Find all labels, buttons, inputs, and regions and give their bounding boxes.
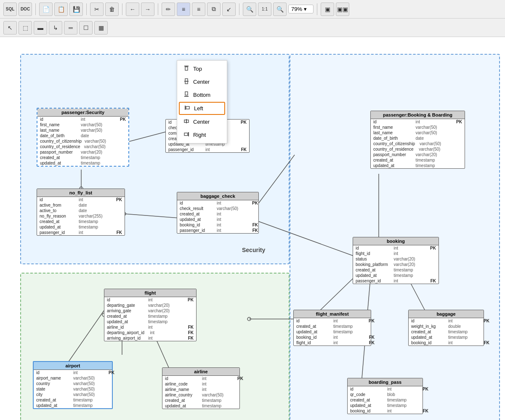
table-row: booking_idintFK	[294, 335, 371, 340]
table-row: passenger_idintFK	[166, 147, 249, 152]
align-top-item[interactable]: Top	[177, 62, 227, 75]
table-header: flight	[104, 289, 196, 297]
box-tool[interactable]: ☐	[79, 21, 93, 35]
table-row: cityvarchar(50)	[34, 392, 112, 397]
corner-tool[interactable]: ↳	[49, 21, 62, 35]
table-row: airline_codeint	[162, 381, 239, 387]
table-row: date_of_birthdate	[371, 136, 465, 141]
table-row: updated_attimestamp	[37, 160, 128, 166]
connector-button[interactable]: ↙	[222, 3, 236, 16]
table-row: last_namevarchar(50)	[37, 128, 128, 133]
separator-5	[239, 3, 239, 15]
table-row: airline_nameint	[162, 387, 239, 392]
align-center-v-label: Center	[193, 79, 210, 85]
svg-rect-1	[185, 67, 188, 70]
table-row: passport_numbervarchar(20)	[371, 152, 465, 157]
no-fly-list-table[interactable]: no_fly_list idintPK active_fromdate acti…	[37, 189, 125, 236]
select-tool[interactable]: ↖	[3, 21, 17, 35]
svg-rect-7	[186, 106, 189, 109]
doc-button[interactable]: DOC	[19, 3, 32, 16]
table-row: booking_platformvarchar(20)	[353, 262, 439, 267]
align-right-item[interactable]: Right	[177, 128, 227, 141]
align-center-v-item[interactable]: Center	[177, 75, 227, 88]
sql-button[interactable]: SQL	[3, 3, 17, 16]
table-row: booking_idintFK	[348, 408, 423, 414]
table-row: idintPK	[353, 245, 439, 251]
align-center-h-item[interactable]: Center	[177, 115, 227, 128]
align-button[interactable]: ≡	[177, 3, 190, 16]
table-row: first_namevarchar(50)	[37, 122, 128, 128]
booking-table[interactable]: booking idintPK flight_idint statusvarch…	[353, 237, 439, 284]
table-header: baggage	[409, 310, 484, 318]
align-bottom-item[interactable]: Bottom	[177, 88, 227, 101]
distribute-button[interactable]: ⧉	[207, 3, 221, 16]
baggage-table[interactable]: baggage idintPK weight_in_kgdouble creat…	[408, 310, 484, 346]
table-row: idintPK	[162, 376, 239, 381]
table-row: idintPK	[409, 318, 484, 324]
view1-button[interactable]: ▣	[321, 3, 334, 16]
table-header: baggage_check	[177, 192, 258, 200]
view2-button[interactable]: ▣▣	[336, 3, 349, 16]
passenger-booking-table[interactable]: passenger:Booking & Boarding idintPK fir…	[370, 111, 465, 169]
table-row: created_attimestamp	[104, 314, 196, 319]
table-row: created_attimestamp	[162, 398, 239, 403]
line-tool[interactable]: ═	[64, 21, 77, 35]
align-right-icon	[183, 131, 190, 139]
table-row: idintPK	[371, 119, 465, 125]
security-label: Security	[242, 247, 265, 253]
table-row: created_attimestamp	[348, 397, 423, 403]
pattern-tool[interactable]: ▦	[94, 21, 108, 35]
undo-button[interactable]: ←	[126, 3, 139, 16]
table-row: created_attimestamp	[353, 267, 439, 273]
table-row: passenger_idintFK	[177, 228, 258, 233]
airline-table[interactable]: airline idintPK airline_codeint airline_…	[162, 367, 240, 409]
table-row: updated_attimestamp	[37, 224, 125, 230]
table-header: flight_manifest	[294, 310, 371, 318]
table-row: airport_namevarchar(50)	[34, 375, 112, 381]
table-row: updated_atint	[177, 217, 258, 222]
airport-table[interactable]: airport idintPK airport_namevarchar(50) …	[33, 361, 113, 409]
align-left-label: Left	[194, 105, 203, 112]
table-header: boarding_pass	[348, 378, 423, 386]
svg-rect-0	[184, 66, 189, 66]
edit-button[interactable]: ✏	[162, 3, 175, 16]
align2-button[interactable]: ≡	[192, 3, 205, 16]
table-row: flight_idint	[353, 251, 439, 256]
open-button[interactable]: 📋	[54, 3, 68, 16]
table-tool[interactable]: ▬	[34, 21, 47, 35]
flight-table[interactable]: flight idintPK departing_gatevarchar(20)…	[104, 289, 197, 341]
table-row: updated_attimestamp	[34, 403, 112, 408]
rect-tool[interactable]: ⬚	[19, 21, 32, 35]
zoom-out-button[interactable]: 🔍	[243, 3, 256, 16]
new-file-button[interactable]: 📄	[39, 3, 53, 16]
align-dropdown-menu: Top Center Bottom Left Center	[177, 60, 227, 144]
save-button[interactable]: 💾	[69, 3, 83, 16]
table-row: passenger_idintFK	[37, 230, 125, 235]
table-row: check_resultvarchar(50)	[177, 206, 258, 211]
table-row: created_attimestamp	[371, 157, 465, 163]
table-row: created_attimestamp	[34, 397, 112, 403]
align-top-icon	[183, 65, 190, 73]
zoom-dropdown[interactable]: 79% ▾	[288, 5, 314, 13]
table-row: no_fly_reasonvarchar(255)	[37, 213, 125, 219]
svg-rect-11	[184, 133, 188, 136]
table-row: idintPK	[348, 386, 423, 392]
table-row: departing_gatevarchar(20)	[104, 303, 196, 308]
passenger-security-table[interactable]: passenger:Security idintPK first_namevar…	[37, 108, 129, 167]
table-row: idintPK	[34, 370, 112, 375]
table-row: countryvarchar(50)	[34, 381, 112, 386]
baggage-check-table[interactable]: baggage_check idintPK check_resultvarcha…	[177, 192, 259, 234]
redo-button[interactable]: →	[141, 3, 154, 16]
align-center-v-icon	[183, 78, 190, 86]
boarding-pass-table[interactable]: boarding_pass idintPK qr_codeblob create…	[347, 378, 423, 414]
align-bottom-label: Bottom	[193, 92, 210, 98]
align-left-item[interactable]: Left	[179, 102, 225, 115]
table-row: country_of_citizenshipvarchar(50)	[37, 138, 128, 144]
zoom-in-button[interactable]: 🔍	[273, 3, 287, 16]
align-center-h-label: Center	[193, 119, 210, 125]
delete-button[interactable]: 🗑	[105, 3, 119, 16]
cut-button[interactable]: ✂	[90, 3, 104, 16]
table-row: flight_idintFK	[294, 340, 371, 346]
zoom-reset-button[interactable]: 1:1	[258, 3, 271, 16]
flight-manifest-table[interactable]: flight_manifest idintPK created_attimest…	[293, 310, 371, 346]
